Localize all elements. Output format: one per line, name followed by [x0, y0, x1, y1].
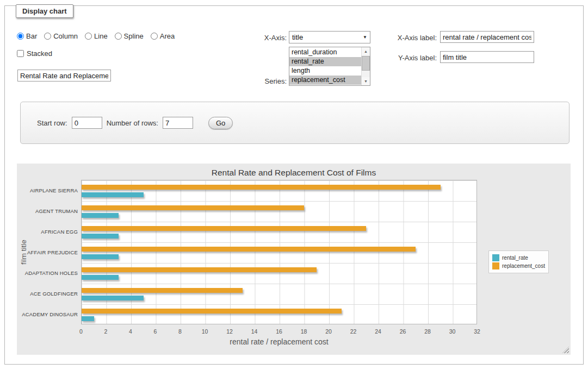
legend-label: rental_rate [502, 255, 528, 261]
series-multiselect[interactable]: rental_durationrental_ratelengthreplacem… [289, 47, 370, 86]
scroll-up-icon[interactable]: ▲ [362, 47, 370, 55]
plot-area [81, 180, 477, 324]
legend-entry-rental_rate: rental_rate [492, 254, 545, 261]
x-axis-label-input[interactable] [440, 31, 534, 43]
chart-x-axis-title: rental rate / replacement cost [81, 337, 477, 346]
category-label: AIRPLANE SIERRA [17, 187, 78, 193]
chart-type-radio-line[interactable] [85, 33, 92, 40]
x-tick-label: 24 [375, 328, 381, 335]
bar-replacement_cost [82, 185, 441, 190]
chart-type-option-bar[interactable]: Bar [17, 32, 37, 40]
x-tick-label: 28 [424, 328, 431, 335]
series-option-rental_rate[interactable]: rental_rate [289, 57, 361, 66]
chart-type-option-spline[interactable]: Spline [115, 32, 144, 40]
category-label: ACE GOLDFINGER [17, 291, 78, 297]
x-tick-label: 32 [474, 328, 480, 335]
x-axis-selected-value: title [292, 33, 303, 41]
category-label: AGENT TRUMAN [17, 208, 78, 214]
bar-replacement_cost [82, 247, 416, 252]
x-axis-select[interactable]: title ▼ [289, 31, 370, 43]
start-row-caption: Start row: [37, 119, 67, 127]
x-tick-label: 8 [178, 328, 182, 335]
x-axis-label-caption: X-Axis label: [386, 34, 437, 42]
x-tick-label: 22 [350, 328, 357, 335]
start-row-input[interactable] [72, 117, 102, 129]
category-label: AFFAIR PREJUDICE [17, 249, 78, 255]
x-tick-label: 4 [129, 328, 132, 335]
num-rows-input[interactable] [163, 117, 193, 129]
x-tick-label: 26 [400, 328, 406, 335]
scroll-thumb[interactable] [362, 56, 370, 71]
stacked-option[interactable]: Stacked [17, 49, 52, 58]
rows-fieldset: Start row: Number of rows: Go [20, 102, 570, 144]
series-option-length[interactable]: length [289, 66, 361, 76]
chart-type-option-line[interactable]: Line [85, 32, 108, 40]
bar-replacement_cost [82, 267, 317, 272]
x-tick-label: 18 [301, 328, 307, 335]
bar-rental_rate [82, 316, 94, 321]
legend-swatch-rental_rate [492, 254, 499, 261]
go-button[interactable]: Go [208, 117, 233, 129]
bar-rental_rate [82, 213, 119, 218]
fieldset-legend: Display chart [16, 4, 73, 18]
chart-title: Rental Rate and Replacement Cost of Film… [17, 168, 571, 178]
category-label: AFRICAN EGG [17, 229, 78, 235]
chart-title-input[interactable] [17, 70, 111, 81]
chart-legend: rental_ratereplacement_cost [488, 250, 549, 273]
x-axis-caption: X-Axis: [233, 34, 287, 42]
chart-type-label: Line [94, 32, 108, 40]
series-options-list: rental_durationrental_ratelengthreplacem… [289, 47, 361, 85]
x-tick-label: 2 [104, 328, 108, 335]
display-chart-fieldset: Display chart BarColumnLineSplineArea St… [4, 5, 584, 365]
bar-replacement_cost [82, 288, 243, 293]
bar-replacement_cost [82, 309, 342, 313]
y-axis-label-input[interactable] [440, 51, 534, 63]
x-tick-label: 20 [325, 328, 332, 335]
stacked-checkbox[interactable] [17, 50, 24, 57]
dropdown-arrow-icon: ▼ [363, 35, 367, 40]
chart-type-label: Area [160, 32, 175, 40]
legend-label: replacement_cost [502, 263, 545, 269]
series-scrollbar[interactable]: ▲ ▼ [361, 47, 370, 85]
legend-swatch-replacement_cost [492, 262, 499, 269]
x-tick-label: 6 [154, 328, 157, 335]
chart-type-option-area[interactable]: Area [151, 32, 175, 40]
chart-type-radio-group: BarColumnLineSplineArea [17, 32, 175, 40]
chart-type-label: Bar [26, 32, 37, 40]
bar-replacement_cost [82, 205, 304, 210]
x-tick-label: 10 [202, 328, 208, 335]
chart-type-radio-column[interactable] [44, 33, 51, 40]
category-label: ADAPTATION HOLES [17, 270, 78, 276]
bar-rental_rate [82, 275, 119, 280]
series-caption: Series: [239, 77, 287, 85]
chart-panel: Rental Rate and Replacement Cost of Film… [17, 164, 571, 355]
legend-entry-replacement_cost: replacement_cost [492, 262, 545, 269]
bar-rental_rate [82, 234, 119, 239]
x-tick-label: 14 [251, 328, 258, 335]
x-tick-label: 16 [276, 328, 282, 335]
resize-handle-icon[interactable] [562, 347, 569, 353]
x-tick-label: 30 [449, 328, 456, 335]
scroll-down-icon[interactable]: ▼ [362, 77, 370, 85]
series-option-replacement_cost[interactable]: replacement_cost [289, 76, 361, 85]
bar-rental_rate [82, 296, 144, 300]
chart-type-radio-bar[interactable] [17, 33, 24, 40]
x-tick-label: 12 [226, 328, 233, 335]
stacked-label: Stacked [27, 49, 52, 58]
y-axis-label-caption: Y-Axis label: [386, 54, 437, 62]
x-tick-label: 0 [79, 328, 83, 335]
series-option-rental_duration[interactable]: rental_duration [289, 48, 361, 57]
bar-rental_rate [82, 254, 119, 259]
bar-rental_rate [82, 192, 144, 197]
bar-replacement_cost [82, 226, 366, 231]
chart-type-option-column[interactable]: Column [44, 32, 78, 40]
chart-type-label: Spline [124, 32, 144, 40]
chart-type-radio-spline[interactable] [115, 33, 122, 40]
chart-type-radio-area[interactable] [151, 33, 158, 40]
chart-type-label: Column [53, 32, 78, 40]
category-label: ACADEMY DINOSAUR [17, 311, 78, 317]
num-rows-caption: Number of rows: [107, 119, 158, 127]
